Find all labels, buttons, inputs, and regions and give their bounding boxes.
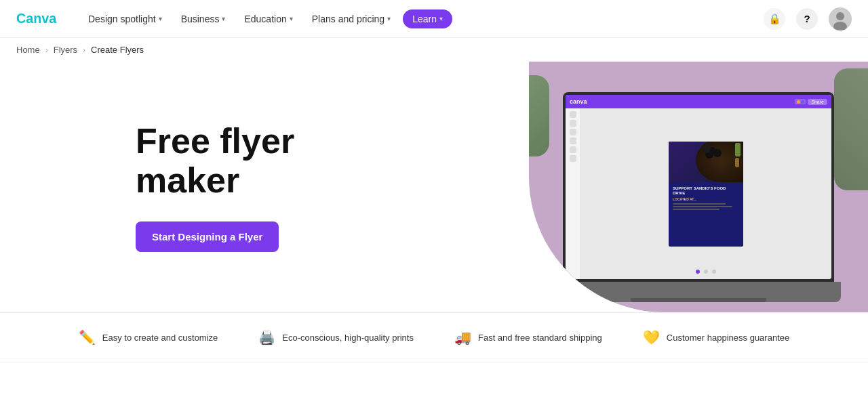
flyer-design: SUPPORT SANDIO'S FOOD DRIVE LOCATED AT..… bbox=[669, 142, 743, 247]
laptop-screen-inner: canva Share bbox=[566, 95, 831, 279]
flyer-date: LOCATED AT... bbox=[673, 197, 739, 201]
canva-editor-logo: canva bbox=[570, 98, 587, 105]
leaf-icon: 🖨️ bbox=[258, 329, 275, 345]
avatar[interactable] bbox=[829, 7, 852, 30]
nav-item-education[interactable]: Education ▾ bbox=[237, 9, 299, 28]
start-designing-button[interactable]: Start Designing a Flyer bbox=[136, 221, 279, 252]
nav-item-plans-pricing[interactable]: Plans and pricing ▾ bbox=[305, 9, 397, 28]
heart-icon: 💛 bbox=[643, 329, 660, 345]
lock-icon[interactable]: 🔒 bbox=[764, 8, 785, 30]
chevron-down-icon: ▾ bbox=[439, 15, 443, 22]
features-bar: ✏️ Easy to create and customize 🖨️ Eco-c… bbox=[0, 312, 868, 362]
feature-customize: ✏️ Easy to create and customize bbox=[79, 329, 218, 345]
breadcrumb-flyers[interactable]: Flyers bbox=[54, 45, 77, 55]
laptop-base bbox=[631, 298, 766, 302]
breadcrumb-current: Create Flyers bbox=[91, 45, 144, 55]
canvas-controls bbox=[696, 270, 716, 274]
feature-happiness-text: Customer happiness guarantee bbox=[667, 333, 789, 343]
chevron-down-icon: ▾ bbox=[387, 15, 391, 22]
editor-canvas: SUPPORT SANDIO'S FOOD DRIVE LOCATED AT..… bbox=[580, 108, 831, 279]
sidebar-tool-5 bbox=[570, 146, 576, 153]
chevron-down-icon: ▾ bbox=[290, 15, 293, 22]
truck-icon: 🚚 bbox=[454, 329, 471, 345]
feature-eco: 🖨️ Eco-conscious, high-quality prints bbox=[258, 329, 414, 345]
nav-item-business[interactable]: Business ▾ bbox=[174, 9, 233, 28]
breadcrumb-sep-1: › bbox=[45, 45, 48, 55]
svg-point-2 bbox=[836, 12, 844, 20]
share-button: Share bbox=[808, 99, 827, 105]
nav-item-learn[interactable]: Learn ▾ bbox=[403, 9, 452, 28]
nav-item-design-spotlight[interactable]: Design spotlight ▾ bbox=[81, 9, 169, 28]
flyer-image bbox=[669, 142, 743, 182]
sidebar-tool-3 bbox=[570, 129, 576, 135]
canva-logo[interactable]: Canva bbox=[16, 9, 65, 28]
feature-shipping: 🚚 Fast and free standard shipping bbox=[454, 329, 602, 345]
help-icon[interactable]: ? bbox=[796, 8, 818, 30]
hero-content: Free flyer maker Start Designing a Flyer bbox=[136, 122, 407, 251]
sidebar-tool-1 bbox=[570, 111, 576, 118]
editor-user-avatars bbox=[795, 99, 806, 104]
pencil-icon: ✏️ bbox=[79, 329, 96, 345]
laptop: canva Share bbox=[556, 92, 841, 302]
feature-eco-text: Eco-conscious, high-quality prints bbox=[282, 333, 414, 343]
mug-decoration bbox=[549, 282, 573, 305]
navbar-right: 🔒 ? bbox=[764, 7, 852, 30]
plant-decoration-left bbox=[529, 75, 549, 156]
hero-section: Free flyer maker Start Designing a Flyer… bbox=[0, 62, 868, 312]
flyer-text: SUPPORT SANDIO'S FOOD DRIVE LOCATED AT..… bbox=[669, 182, 743, 247]
flyer-description bbox=[673, 203, 739, 210]
editor-body: SUPPORT SANDIO'S FOOD DRIVE LOCATED AT..… bbox=[566, 108, 831, 279]
svg-text:Canva: Canva bbox=[16, 11, 57, 26]
flyer-main-title: SUPPORT SANDIO'S FOOD DRIVE bbox=[673, 186, 739, 196]
sidebar-tool-2 bbox=[570, 120, 576, 127]
navbar: Canva Design spotlight ▾ Business ▾ Educ… bbox=[0, 0, 868, 38]
chevron-down-icon: ▾ bbox=[222, 15, 225, 22]
hero-title: Free flyer maker bbox=[136, 122, 407, 199]
hero-image: canva Share bbox=[529, 62, 868, 312]
breadcrumb-home[interactable]: Home bbox=[16, 45, 40, 55]
navbar-left: Canva Design spotlight ▾ Business ▾ Educ… bbox=[16, 9, 452, 28]
sidebar-tool-6 bbox=[570, 155, 576, 162]
laptop-screen: canva Share bbox=[563, 92, 834, 282]
breadcrumb-sep-2: › bbox=[83, 45, 85, 55]
feature-customize-text: Easy to create and customize bbox=[102, 333, 218, 343]
flyer-decoration bbox=[734, 142, 742, 169]
canva-editor-topbar: canva Share bbox=[566, 95, 831, 108]
feature-happiness: 💛 Customer happiness guarantee bbox=[643, 329, 789, 345]
breadcrumb: Home › Flyers › Create Flyers bbox=[0, 38, 868, 62]
feature-shipping-text: Fast and free standard shipping bbox=[478, 333, 602, 343]
description-section: It's the easiest flyer creator you'll ev… bbox=[163, 369, 705, 401]
editor-sidebar bbox=[566, 108, 580, 279]
sidebar-tool-4 bbox=[570, 138, 576, 144]
chevron-down-icon: ▾ bbox=[159, 15, 162, 22]
